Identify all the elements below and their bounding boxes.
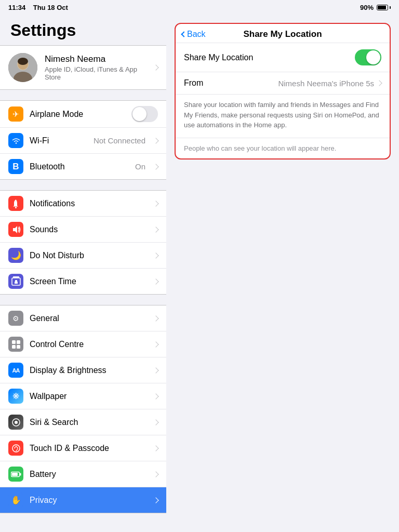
controlcentre-label: Control Centre xyxy=(30,340,148,349)
sidebar: Settings Nimesh Neema Apple ID, iCloud, … xyxy=(0,15,166,532)
description-text: Share your location with family and frie… xyxy=(184,100,381,130)
sidebar-item-donotdisturb[interactable]: 🌙 Do Not Disturb xyxy=(0,243,166,269)
settings-group-system: Notifications Sounds 🌙 Do Not Disturb xyxy=(0,190,166,295)
svg-rect-8 xyxy=(13,276,19,278)
share-my-location-label: Share My Location xyxy=(184,53,355,62)
sidebar-item-privacy[interactable]: ✋ Privacy xyxy=(0,487,166,513)
avatar xyxy=(8,53,37,82)
svg-point-4 xyxy=(18,58,28,65)
svg-rect-14 xyxy=(17,345,20,349)
svg-point-5 xyxy=(15,207,17,208)
svg-rect-9 xyxy=(15,282,18,284)
status-date: Thu 18 Oct xyxy=(33,4,68,11)
sidebar-item-airplane[interactable]: ✈ Airplane Mode xyxy=(0,101,166,128)
sidebar-item-notifications[interactable]: Notifications xyxy=(0,191,166,217)
svg-marker-6 xyxy=(13,226,17,233)
notifications-icon xyxy=(8,196,23,211)
right-panel: Back Share My Location Share My Location… xyxy=(166,15,399,532)
back-label: Back xyxy=(187,30,206,39)
donotdisturb-label: Do Not Disturb xyxy=(30,251,148,260)
wifi-label: Wi-Fi xyxy=(30,136,87,145)
svg-rect-12 xyxy=(17,340,20,344)
svg-rect-10 xyxy=(15,280,17,282)
airplane-icon: ✈ xyxy=(8,107,23,122)
sidebar-item-battery[interactable]: Battery xyxy=(0,461,166,487)
battery-settings-icon xyxy=(8,467,23,482)
notifications-chevron xyxy=(153,201,158,206)
bluetooth-value: On xyxy=(135,162,145,171)
profile-name: Nimesh Neema xyxy=(45,54,147,64)
privacy-icon: ✋ xyxy=(8,493,23,508)
from-chevron-icon xyxy=(376,80,382,86)
wifi-chevron xyxy=(153,138,158,143)
from-value: Nimesh Neema's iPhone 5s xyxy=(278,79,374,88)
sidebar-item-screentime[interactable]: Screen Time xyxy=(0,269,166,294)
airplane-label: Airplane Mode xyxy=(30,110,125,119)
sirisearch-label: Siri & Search xyxy=(30,418,148,427)
screentime-label: Screen Time xyxy=(30,277,148,286)
screentime-chevron xyxy=(153,278,158,284)
controlcentre-icon xyxy=(8,337,23,352)
sidebar-item-sirisearch[interactable]: Siri & Search xyxy=(0,409,166,435)
notifications-label: Notifications xyxy=(30,199,148,208)
donotdisturb-chevron xyxy=(153,252,158,258)
settings-group-connectivity: ✈ Airplane Mode Wi-Fi Not Connected xyxy=(0,100,166,180)
svg-rect-11 xyxy=(12,340,16,344)
from-label: From xyxy=(184,78,278,88)
airplane-toggle[interactable] xyxy=(131,106,158,122)
profile-section[interactable]: Nimesh Neema Apple ID, iCloud, iTunes & … xyxy=(0,45,166,90)
from-row[interactable]: From Nimesh Neema's iPhone 5s xyxy=(176,72,390,95)
share-my-location-toggle[interactable] xyxy=(355,49,381,65)
settings-group-display: ⚙ General Control Centre AA Di xyxy=(0,305,166,513)
wallpaper-icon: ❋ xyxy=(8,389,23,404)
toggle-knob xyxy=(366,50,380,64)
battery-chevron xyxy=(153,471,158,477)
displaybrightness-label: Display & Brightness xyxy=(30,366,148,375)
page-title: Share My Location xyxy=(243,29,322,39)
description-block: Share your location with family and frie… xyxy=(176,95,390,138)
wallpaper-label: Wallpaper xyxy=(30,392,148,401)
location-note: People who can see your location will ap… xyxy=(176,138,390,158)
sidebar-item-bluetooth[interactable]: B Bluetooth On xyxy=(0,154,166,179)
privacy-chevron xyxy=(153,497,158,503)
svg-point-16 xyxy=(15,421,18,424)
sounds-chevron xyxy=(153,227,158,232)
sidebar-item-controlcentre[interactable]: Control Centre xyxy=(0,331,166,357)
sidebar-title: Settings xyxy=(0,15,166,45)
general-icon: ⚙ xyxy=(8,311,23,326)
screentime-icon xyxy=(8,274,23,289)
sidebar-item-sounds[interactable]: Sounds xyxy=(0,217,166,243)
back-button[interactable]: Back xyxy=(182,30,206,39)
card-nav-bar: Back Share My Location xyxy=(176,24,390,43)
sounds-icon xyxy=(8,222,23,237)
touchid-label: Touch ID & Passcode xyxy=(30,444,148,453)
battery-icon xyxy=(377,5,391,10)
displaybrightness-icon: AA xyxy=(8,363,23,378)
privacy-label: Privacy xyxy=(30,496,148,505)
touchid-chevron xyxy=(153,445,158,451)
share-my-location-card: Back Share My Location Share My Location… xyxy=(175,23,391,159)
sidebar-item-wallpaper[interactable]: ❋ Wallpaper xyxy=(0,383,166,409)
sidebar-item-general[interactable]: ⚙ General xyxy=(0,305,166,331)
displaybrightness-chevron xyxy=(153,367,158,373)
wallpaper-chevron xyxy=(153,393,158,399)
bluetooth-icon: B xyxy=(8,159,23,174)
touchid-icon xyxy=(8,441,23,456)
back-chevron-icon xyxy=(181,31,187,37)
status-right: 90% xyxy=(360,4,391,11)
bluetooth-chevron xyxy=(153,164,158,169)
sidebar-item-wifi[interactable]: Wi-Fi Not Connected xyxy=(0,128,166,154)
svg-rect-20 xyxy=(20,473,21,475)
sidebar-item-touchid[interactable]: Touch ID & Passcode xyxy=(0,435,166,461)
profile-chevron xyxy=(153,64,158,70)
profile-subtitle: Apple ID, iCloud, iTunes & App Store xyxy=(45,65,147,81)
donotdisturb-icon: 🌙 xyxy=(8,248,23,263)
profile-info: Nimesh Neema Apple ID, iCloud, iTunes & … xyxy=(45,54,147,81)
sirisearch-icon xyxy=(8,415,23,430)
battery-percent: 90% xyxy=(360,4,374,11)
general-label: General xyxy=(30,314,148,323)
general-chevron xyxy=(153,315,158,321)
svg-rect-19 xyxy=(12,473,18,476)
sidebar-item-displaybrightness[interactable]: AA Display & Brightness xyxy=(0,357,166,383)
detail-pane: Back Share My Location Share My Location… xyxy=(166,15,399,176)
